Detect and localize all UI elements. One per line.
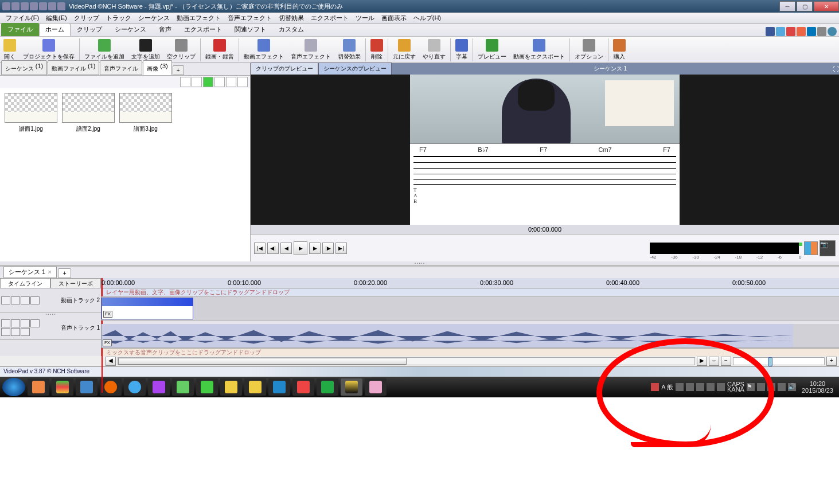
sequence-tab[interactable]: シーケンス 1× <box>3 266 57 278</box>
menu-item[interactable]: 切替効果 <box>275 13 307 24</box>
tray-icon[interactable] <box>676 383 684 391</box>
taskbar-item[interactable] <box>244 378 266 396</box>
redo-button[interactable]: やり直す <box>419 37 449 62</box>
video-clip[interactable]: FX <box>102 298 193 319</box>
tray-icon[interactable] <box>686 383 694 391</box>
tray-icon[interactable] <box>707 383 715 391</box>
zoom-slider[interactable] <box>733 357 825 365</box>
taskbar-item[interactable] <box>76 378 97 396</box>
options-button[interactable]: オプション <box>571 37 607 62</box>
preview-tab-clip[interactable]: クリップのプレビュー <box>251 62 318 75</box>
menu-item[interactable]: ファイル(F) <box>2 13 42 24</box>
qat-icon[interactable] <box>30 2 38 10</box>
taskbar-item[interactable] <box>124 378 146 396</box>
addtext-button[interactable]: 文字を追加 <box>128 37 163 62</box>
thumbnail[interactable]: 譜面1.jpg <box>5 93 57 257</box>
bin-tool-icon[interactable] <box>180 77 190 87</box>
dropdown-icon[interactable] <box>817 27 826 36</box>
undo-button[interactable]: 元に戻す <box>389 37 419 62</box>
menu-item[interactable]: 画面表示 <box>378 13 410 24</box>
track-icon[interactable] <box>21 328 30 336</box>
view-tab-timeline[interactable]: タイムライン <box>0 278 50 288</box>
track-icon[interactable] <box>30 319 40 327</box>
goto-end-button[interactable]: ▶| <box>335 243 347 254</box>
bin-tool-icon[interactable] <box>214 77 225 87</box>
bin-tool-icon[interactable] <box>237 77 248 87</box>
taskbar-item[interactable] <box>172 378 194 396</box>
ribbon-tab[interactable]: ホーム <box>39 23 71 36</box>
ribbon-tab[interactable]: クリップ <box>71 23 108 36</box>
stumble-icon[interactable] <box>797 27 806 36</box>
timeline-body[interactable]: 0:00:00.0000:00:10.0000:00:20.0000:00:30… <box>102 278 839 356</box>
taskbar-item[interactable] <box>196 378 218 396</box>
taskbar-item[interactable] <box>52 378 73 396</box>
audio-track[interactable]: FX <box>102 324 839 348</box>
qat-icon[interactable] <box>2 2 10 10</box>
fit-button[interactable]: ↔ <box>709 357 719 366</box>
taskbar-item[interactable] <box>292 378 314 396</box>
qat-icon[interactable] <box>57 2 65 10</box>
taskbar-item[interactable] <box>365 378 387 396</box>
ribbon-tab[interactable]: エクスポート <box>178 23 228 36</box>
tray-icon[interactable] <box>696 383 704 391</box>
thumbnail[interactable]: 譜面2.jpg <box>62 93 115 257</box>
track-icon[interactable] <box>21 296 30 304</box>
taskbar-item[interactable] <box>268 378 290 396</box>
goto-start-button[interactable]: |◀ <box>254 243 266 254</box>
audio-clip[interactable] <box>102 324 793 348</box>
tray-icon[interactable] <box>717 383 725 391</box>
dual-view-button[interactable] <box>804 241 818 255</box>
add-bin-button[interactable]: + <box>173 65 184 75</box>
help-icon[interactable] <box>828 27 837 36</box>
snapshot-button[interactable]: 📷 <box>820 240 836 256</box>
menu-item[interactable]: 編集(E) <box>42 13 71 24</box>
step-fwd-button[interactable]: ▶ <box>309 243 321 254</box>
qat-icon[interactable] <box>39 2 47 10</box>
ribbon-tab[interactable]: カスタム <box>272 23 310 36</box>
track-icon[interactable] <box>21 319 30 327</box>
google-icon[interactable] <box>786 27 795 36</box>
time-ruler[interactable]: 0:00:00.0000:00:10.0000:00:20.0000:00:30… <box>102 278 839 288</box>
bin-tool-icon[interactable] <box>203 77 213 87</box>
track-icon[interactable] <box>11 319 20 327</box>
close-icon[interactable]: × <box>48 268 51 275</box>
zoom-out-button[interactable]: − <box>721 357 731 366</box>
h-scrollbar[interactable] <box>118 357 695 365</box>
close-button[interactable]: ✕ <box>814 1 839 11</box>
taskbar-item[interactable] <box>220 378 242 396</box>
linkedin-icon[interactable] <box>807 27 816 36</box>
sub-button[interactable]: 字幕 <box>452 37 471 62</box>
addfile-button[interactable]: ファイルを追加 <box>81 37 128 62</box>
menu-item[interactable]: 音声エフェクト <box>224 13 275 24</box>
tray-icon[interactable] <box>651 383 659 391</box>
thumbnail[interactable]: 譜面3.jpg <box>119 93 172 257</box>
bin-tab[interactable]: シーケンス (1) <box>1 60 47 75</box>
track-icon[interactable] <box>1 296 10 304</box>
ime-indicator[interactable]: A 般 <box>661 383 673 392</box>
afx-button[interactable]: 音声エフェクト <box>287 37 334 62</box>
delete-button[interactable]: 削除 <box>367 37 387 62</box>
trans-button[interactable]: 切替効果 <box>334 37 364 62</box>
fx-button[interactable]: FX <box>103 311 112 318</box>
menu-item[interactable]: シーケンス <box>135 13 173 24</box>
play-button[interactable]: ▶ <box>294 241 307 255</box>
step-back-button[interactable]: ◀ <box>280 243 292 254</box>
ribbon-tab[interactable]: 関連ソフト <box>228 23 272 36</box>
open-button[interactable]: 開く <box>0 37 19 62</box>
fx-button[interactable]: FX <box>103 339 112 346</box>
maximize-button[interactable]: ▢ <box>797 1 813 11</box>
menu-item[interactable]: クリップ <box>71 13 103 24</box>
qat-icon[interactable] <box>48 2 56 10</box>
save-button[interactable]: プロジェクトを保存 <box>19 37 78 62</box>
flag-icon[interactable]: ⚑ <box>747 383 755 391</box>
view-tab-storyboard[interactable]: ストーリーボ <box>50 278 101 288</box>
twitter-icon[interactable] <box>776 27 785 36</box>
ribbon-tab-file[interactable]: ファイル <box>1 23 39 36</box>
track-icon[interactable] <box>30 296 40 304</box>
wifi-icon[interactable] <box>778 383 786 391</box>
bin-tool-icon[interactable] <box>192 77 202 87</box>
record-button[interactable]: 録画・録音 <box>202 37 237 62</box>
start-button[interactable] <box>2 378 25 396</box>
blank-button[interactable]: 空クリップ <box>163 37 199 62</box>
bin-tab[interactable]: 画像 (3) <box>143 60 171 75</box>
